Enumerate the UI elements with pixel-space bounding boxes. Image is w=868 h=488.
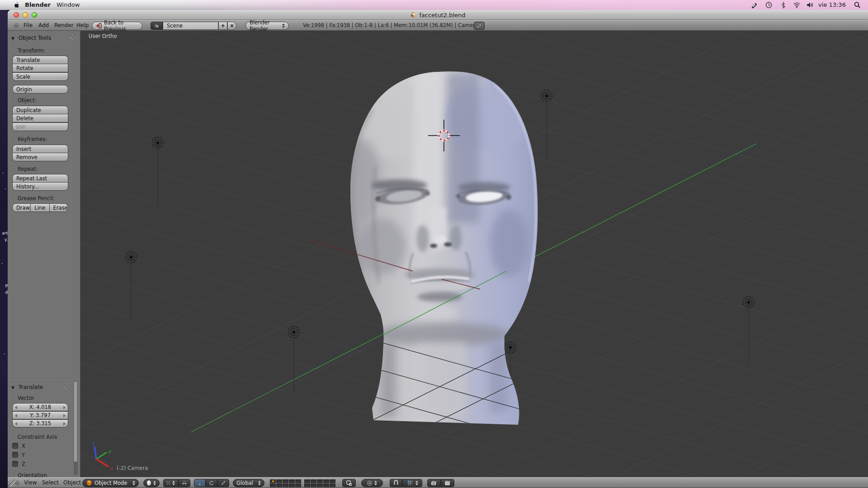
slider-left-arrow-icon[interactable]: [15, 422, 17, 426]
constraint-y-checkbox[interactable]: [12, 452, 18, 458]
ink-pen-icon[interactable]: [750, 1, 758, 9]
menu-select[interactable]: Select: [42, 478, 59, 488]
tool-shelf-scrollbar[interactable]: [74, 380, 78, 475]
layers-widget-group1[interactable]: [270, 479, 301, 487]
translate-button[interactable]: Translate: [12, 56, 68, 64]
area-resize-grip[interactable]: [8, 479, 15, 487]
apple-menu-icon[interactable]: [13, 1, 20, 9]
constraint-z-label: Z: [22, 461, 25, 467]
panel-separator: [8, 379, 80, 380]
rotate-manipulator-button[interactable]: [206, 479, 217, 487]
menu-render[interactable]: Render: [54, 20, 74, 31]
panel-drag-grip-icon[interactable]: [70, 33, 77, 40]
slider-right-arrow-icon[interactable]: [63, 406, 66, 409]
scene-name-field[interactable]: Scene: [163, 22, 218, 30]
constraint-x-label: X: [22, 443, 25, 449]
duplicate-button[interactable]: Duplicate: [12, 106, 68, 114]
time-machine-icon[interactable]: [765, 1, 773, 9]
insert-keyframe-button[interactable]: Insert: [12, 145, 68, 153]
grease-line-button[interactable]: Line: [31, 203, 49, 212]
grease-pencil-label: Grease Pencil:: [18, 195, 55, 202]
slider-left-arrow-icon[interactable]: [15, 406, 17, 409]
vector-x-slider[interactable]: X: 4.018: [12, 403, 68, 411]
manipulator-toggle[interactable]: [179, 479, 190, 487]
wifi-icon[interactable]: [793, 1, 800, 9]
delete-button[interactable]: Delete: [12, 114, 68, 122]
slider-left-arrow-icon[interactable]: [15, 414, 17, 418]
window-titlebar[interactable]: faccetut2.blend: [8, 10, 868, 20]
pivot-point-dropdown[interactable]: [163, 479, 179, 487]
scale-manipulator-button[interactable]: [217, 479, 229, 487]
menu-add[interactable]: Add: [38, 20, 49, 31]
header-collapse-icon[interactable]: [14, 23, 19, 28]
opengl-render-anim-button[interactable]: [441, 479, 454, 487]
scale-button[interactable]: Scale: [12, 72, 68, 81]
menu-help[interactable]: Help: [76, 20, 89, 31]
dropdown-arrows-icon: [282, 23, 285, 28]
scrollbar-thumb[interactable]: [74, 381, 77, 462]
slider-right-arrow-icon[interactable]: [63, 414, 66, 418]
vector-y-slider[interactable]: Y: 3.797: [12, 411, 68, 419]
magnet-icon: [393, 480, 399, 486]
mode-dropdown[interactable]: Object Mode: [82, 479, 139, 487]
menu-object[interactable]: Object: [63, 478, 81, 488]
menubar-tint: [0, 0, 868, 10]
panel-drag-grip-icon[interactable]: [64, 383, 71, 389]
axis-gizmo: z y x: [92, 440, 113, 471]
header-collapse-icon[interactable]: [15, 481, 19, 485]
desktop-icon-label: art: [2, 231, 8, 235]
menubar-window-menu[interactable]: Window: [57, 0, 80, 10]
vector-label: Vector: [18, 395, 34, 401]
dropdown-arrows-icon: [258, 481, 261, 485]
layer-cell-active[interactable]: [270, 479, 276, 483]
opengl-render-image-button[interactable]: [427, 479, 441, 487]
pivot-icon: [167, 480, 170, 486]
grease-erase-button[interactable]: Erase: [50, 203, 68, 212]
join-button[interactable]: Join: [12, 122, 68, 131]
remove-keyframe-button[interactable]: Remove: [12, 153, 68, 161]
scene-unlink-button[interactable]: ×: [227, 22, 236, 30]
constraint-y-label: Y: [22, 452, 25, 458]
vector-z-slider[interactable]: Z: 3.315: [12, 419, 68, 427]
volume-icon[interactable]: [806, 1, 814, 9]
3d-viewport[interactable]: z y x User Ortho (-2) Camera: [80, 31, 868, 477]
transform-label: Transform:: [18, 47, 45, 54]
menubar-clock[interactable]: vie 13:36: [818, 0, 846, 10]
object-mode-cube-icon: [86, 480, 92, 486]
lock-to-scene-button[interactable]: [342, 479, 356, 487]
screen-layout-icon[interactable]: [151, 22, 163, 30]
head-model[interactable]: [279, 69, 551, 477]
translate-manipulator-button[interactable]: [194, 479, 206, 487]
slider-right-arrow-icon[interactable]: [63, 422, 66, 426]
layers-widget-group2[interactable]: [304, 479, 335, 487]
viewport-shading-dropdown[interactable]: [143, 479, 160, 487]
render-engine-dropdown[interactable]: Blender Render: [245, 22, 289, 30]
rotate-arc-icon: [209, 480, 214, 486]
transform-orientation-dropdown[interactable]: Global: [233, 479, 264, 487]
proportional-edit-dropdown[interactable]: [361, 479, 383, 487]
menu-file[interactable]: File: [24, 20, 33, 31]
menu-view[interactable]: View: [24, 478, 37, 488]
constraint-x-checkbox[interactable]: [12, 443, 18, 449]
scale-arrow-icon: [221, 480, 226, 486]
bluetooth-icon[interactable]: [779, 1, 787, 9]
scene-add-button[interactable]: +: [218, 22, 227, 30]
translate-panel-header[interactable]: ▼ Translate: [11, 384, 43, 390]
back-to-previous-button[interactable]: Back to Previous: [92, 22, 142, 30]
object-tools-panel-header[interactable]: ▼ Object Tools: [11, 35, 51, 41]
snap-toggle-button[interactable]: [390, 479, 402, 487]
menubar-app-name[interactable]: Blender: [25, 0, 51, 10]
gizmo-y-label: y: [108, 448, 112, 454]
grease-draw-button[interactable]: Draw: [12, 203, 31, 212]
panel-expand-triangle-icon: ▼: [11, 36, 14, 41]
history-button[interactable]: History...: [12, 182, 68, 191]
origin-button[interactable]: Origin: [12, 85, 68, 94]
rotate-button[interactable]: Rotate: [12, 64, 68, 72]
repeat-last-button[interactable]: Repeat Last: [12, 174, 68, 183]
constraint-z-checkbox[interactable]: [12, 461, 18, 467]
snap-element-dropdown[interactable]: [402, 479, 422, 487]
maximize-area-icon[interactable]: [474, 22, 485, 30]
desktop-background: art y. P d: [0, 10, 8, 488]
spotlight-search-icon[interactable]: [854, 1, 861, 9]
dropdown-arrows-icon: [374, 481, 377, 485]
